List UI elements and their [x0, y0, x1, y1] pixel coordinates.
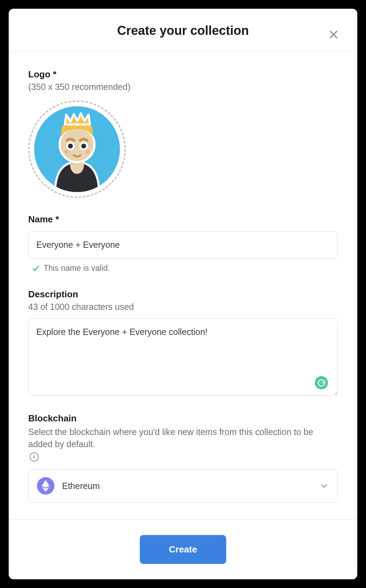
- avatar: [34, 106, 120, 192]
- close-icon: [328, 29, 339, 40]
- name-validation-text: This name is valid.: [44, 264, 110, 273]
- blockchain-hint: Select the blockchain where you'd like n…: [28, 426, 338, 461]
- check-icon: [32, 264, 40, 273]
- modal-footer: Create: [9, 519, 357, 579]
- description-counter: 43 of 1000 characters used: [28, 302, 338, 312]
- svg-point-6: [68, 144, 73, 148]
- chevron-down-icon: [319, 481, 329, 491]
- svg-point-10: [85, 150, 90, 154]
- blockchain-group: Blockchain Select the blockchain where y…: [28, 413, 338, 503]
- svg-marker-12: [42, 480, 46, 488]
- blockchain-selected: Ethereum: [62, 481, 100, 491]
- blockchain-label: Blockchain: [28, 413, 338, 424]
- blockchain-select[interactable]: Ethereum: [28, 469, 338, 503]
- avatar-icon: [34, 106, 120, 192]
- close-button[interactable]: [328, 29, 339, 40]
- create-collection-modal: Create your collection Logo * (350 x 350…: [9, 9, 357, 579]
- description-label: Description: [28, 289, 338, 300]
- name-validation: This name is valid.: [28, 264, 338, 273]
- modal-header: Create your collection: [9, 9, 357, 52]
- modal-body: Logo * (350 x 350 recommended): [9, 52, 357, 519]
- logo-label: Logo *: [28, 69, 338, 80]
- ethereum-icon: [37, 477, 54, 495]
- description-group: Description 43 of 1000 characters used: [28, 289, 338, 397]
- description-input[interactable]: [28, 318, 338, 396]
- logo-group: Logo * (350 x 350 recommended): [28, 69, 338, 198]
- svg-point-9: [64, 150, 69, 154]
- create-button[interactable]: Create: [140, 535, 227, 564]
- svg-marker-14: [42, 487, 46, 492]
- logo-upload[interactable]: [28, 100, 126, 198]
- logo-hint: (350 x 350 recommended): [28, 82, 338, 92]
- name-input[interactable]: [28, 231, 338, 259]
- name-label: Name *: [28, 214, 338, 225]
- description-wrap: [28, 318, 338, 397]
- svg-point-8: [81, 144, 86, 148]
- info-icon[interactable]: i: [30, 452, 39, 461]
- name-group: Name * This name is valid.: [28, 214, 338, 273]
- modal-title: Create your collection: [26, 23, 340, 38]
